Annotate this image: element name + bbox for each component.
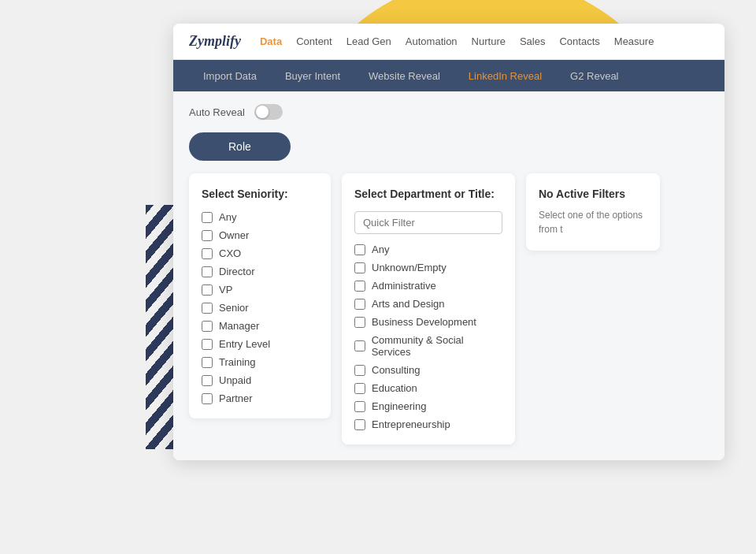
department-panel-title: Select Department or Title:	[354, 188, 502, 200]
quick-filter-input[interactable]	[354, 211, 502, 234]
dept-any-checkbox[interactable]	[354, 244, 365, 255]
role-button[interactable]: Role	[189, 132, 291, 161]
auto-reveal-row: Auto Reveal	[189, 104, 709, 120]
nav-items: Data Content Lead Gen Automation Nurture…	[260, 32, 654, 50]
seniority-director-checkbox[interactable]	[202, 266, 213, 277]
sec-nav-buyer-intent[interactable]: Buyer Intent	[271, 60, 354, 91]
seniority-any-checkbox[interactable]	[202, 212, 213, 223]
seniority-partner-label: Partner	[219, 392, 253, 404]
dept-biz-dev-checkbox[interactable]	[354, 317, 365, 328]
seniority-partner-checkbox[interactable]	[202, 393, 213, 404]
dept-education-label: Education	[372, 382, 417, 394]
list-item: Administrative	[354, 280, 502, 292]
dept-unknown-checkbox[interactable]	[354, 262, 365, 273]
active-filters-title: No Active Filters	[539, 188, 647, 200]
dept-community-label: Community & Social Services	[372, 334, 502, 358]
list-item: Community & Social Services	[354, 334, 502, 358]
dept-admin-label: Administrative	[372, 280, 436, 292]
nav-item-contacts[interactable]: Contacts	[559, 32, 599, 50]
seniority-manager-label: Manager	[219, 320, 259, 332]
seniority-panel: Select Seniority: Any Owner CXO	[189, 173, 331, 418]
list-item: Business Development	[354, 316, 502, 328]
nav-item-data[interactable]: Data	[260, 32, 282, 50]
top-nav: Zymplify Data Content Lead Gen Automatio…	[173, 24, 724, 60]
dept-consulting-label: Consulting	[372, 364, 420, 376]
seniority-entry-level-checkbox[interactable]	[202, 339, 213, 350]
dept-community-checkbox[interactable]	[354, 340, 365, 351]
list-item: Any	[354, 244, 502, 255]
active-filters-description: Select one of the options from t	[539, 208, 647, 236]
sec-nav-g2-reveal[interactable]: G2 Reveal	[556, 60, 632, 91]
nav-item-sales[interactable]: Sales	[520, 32, 546, 50]
list-item: Manager	[202, 320, 318, 332]
list-item: Training	[202, 356, 318, 368]
app-logo: Zymplify	[189, 33, 241, 50]
seniority-manager-checkbox[interactable]	[202, 321, 213, 332]
dept-unknown-label: Unknown/Empty	[372, 262, 447, 273]
seniority-director-label: Director	[219, 266, 255, 277]
list-item: Arts and Design	[354, 298, 502, 310]
list-item: Senior	[202, 302, 318, 314]
list-item: Engineering	[354, 400, 502, 412]
list-item: Entry Level	[202, 338, 318, 350]
seniority-training-checkbox[interactable]	[202, 357, 213, 368]
active-filters-panel: No Active Filters Select one of the opti…	[526, 173, 660, 251]
department-panel: Select Department or Title: Any Unknown/…	[342, 173, 515, 444]
auto-reveal-toggle[interactable]	[254, 104, 283, 120]
sec-nav-linkedin-reveal[interactable]: LinkedIn Reveal	[454, 60, 556, 91]
seniority-senior-checkbox[interactable]	[202, 303, 213, 314]
dept-arts-label: Arts and Design	[372, 298, 445, 310]
dept-engineering-checkbox[interactable]	[354, 401, 365, 412]
list-item: CXO	[202, 247, 318, 259]
seniority-unpaid-checkbox[interactable]	[202, 375, 213, 386]
seniority-training-label: Training	[219, 356, 255, 368]
seniority-cxo-checkbox[interactable]	[202, 248, 213, 259]
seniority-panel-title: Select Seniority:	[202, 188, 318, 200]
dept-admin-checkbox[interactable]	[354, 281, 365, 292]
seniority-owner-checkbox[interactable]	[202, 230, 213, 241]
dept-any-label: Any	[372, 244, 389, 255]
nav-item-content[interactable]: Content	[296, 32, 332, 50]
seniority-any-label: Any	[219, 211, 236, 223]
nav-item-automation[interactable]: Automation	[406, 32, 458, 50]
department-list: Any Unknown/Empty Administrative Arts an…	[354, 244, 502, 430]
app-container: Zymplify Data Content Lead Gen Automatio…	[173, 24, 724, 460]
dept-education-checkbox[interactable]	[354, 383, 365, 394]
filter-panels-row: Select Seniority: Any Owner CXO	[189, 173, 709, 444]
dept-entrepreneurship-label: Entrepreneurship	[372, 418, 450, 430]
list-item: Owner	[202, 229, 318, 241]
seniority-list: Any Owner CXO Director	[202, 211, 318, 404]
content-area: Auto Reveal Role Select Seniority: Any	[173, 91, 724, 460]
list-item: Director	[202, 266, 318, 277]
auto-reveal-label: Auto Reveal	[189, 106, 245, 118]
list-item: Education	[354, 382, 502, 394]
dept-biz-dev-label: Business Development	[372, 316, 476, 328]
dept-engineering-label: Engineering	[372, 400, 426, 412]
seniority-senior-label: Senior	[219, 302, 249, 314]
nav-item-nurture[interactable]: Nurture	[472, 32, 506, 50]
list-item: Any	[202, 211, 318, 223]
dept-entrepreneurship-checkbox[interactable]	[354, 419, 365, 430]
sec-nav-website-reveal[interactable]: Website Reveal	[354, 60, 454, 91]
dept-arts-checkbox[interactable]	[354, 299, 365, 310]
nav-item-leadgen[interactable]: Lead Gen	[346, 32, 391, 50]
toggle-knob	[256, 106, 269, 118]
list-item: Unpaid	[202, 374, 318, 386]
nav-item-measure[interactable]: Measure	[614, 32, 654, 50]
seniority-owner-label: Owner	[219, 229, 249, 241]
seniority-vp-checkbox[interactable]	[202, 284, 213, 296]
seniority-cxo-label: CXO	[219, 247, 241, 259]
seniority-unpaid-label: Unpaid	[219, 374, 251, 386]
list-item: Partner	[202, 392, 318, 404]
dept-consulting-checkbox[interactable]	[354, 365, 365, 376]
seniority-entry-level-label: Entry Level	[219, 338, 270, 350]
secondary-nav: Import Data Buyer Intent Website Reveal …	[173, 60, 724, 91]
list-item: Unknown/Empty	[354, 262, 502, 273]
list-item: Entrepreneurship	[354, 418, 502, 430]
sec-nav-import-data[interactable]: Import Data	[189, 60, 271, 91]
list-item: Consulting	[354, 364, 502, 376]
seniority-vp-label: VP	[219, 284, 232, 296]
list-item: VP	[202, 284, 318, 296]
